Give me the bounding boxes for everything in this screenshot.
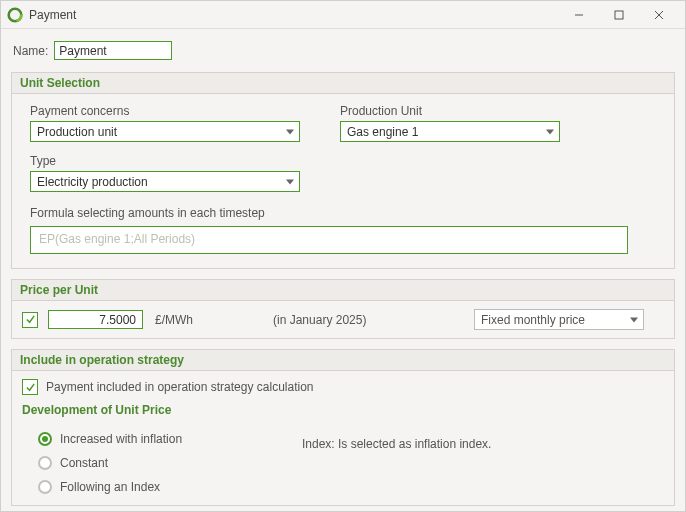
radio-inflation[interactable] xyxy=(38,432,52,446)
titlebar: Payment xyxy=(1,1,685,29)
payment-concerns-label: Payment concerns xyxy=(30,104,300,118)
index-note-label: Index: Is selected as inflation index. xyxy=(302,437,491,451)
radio-constant[interactable] xyxy=(38,456,52,470)
payment-concerns-select[interactable]: Production unit xyxy=(30,121,300,142)
app-logo-icon xyxy=(7,7,23,23)
production-unit-select[interactable]: Gas engine 1 xyxy=(340,121,560,142)
operation-strategy-body: Payment included in operation strategy c… xyxy=(11,371,675,506)
price-per-unit-header: Price per Unit xyxy=(11,279,675,301)
chevron-down-icon xyxy=(546,129,554,134)
production-unit-label: Production Unit xyxy=(340,104,560,118)
close-button[interactable] xyxy=(639,3,679,27)
unit-selection-header: Unit Selection xyxy=(11,72,675,94)
development-header: Development of Unit Price xyxy=(22,395,664,423)
development-radio-group: Increased with inflation Constant Follow… xyxy=(22,423,664,499)
unit-selection-body: Payment concerns Production unit Product… xyxy=(11,94,675,269)
name-label: Name: xyxy=(13,44,48,58)
minimize-button[interactable] xyxy=(559,3,599,27)
include-strategy-label: Payment included in operation strategy c… xyxy=(46,380,314,394)
type-label: Type xyxy=(30,154,300,168)
operation-strategy-header: Include in operation strategy xyxy=(11,349,675,371)
chevron-down-icon xyxy=(630,317,638,322)
radio-inflation-label: Increased with inflation xyxy=(60,432,182,446)
radio-constant-label: Constant xyxy=(60,456,108,470)
price-per-unit-body: £/MWh (in January 2025) Fixed monthly pr… xyxy=(11,301,675,339)
formula-label: Formula selecting amounts in each timest… xyxy=(30,206,656,220)
formula-input[interactable]: EP(Gas engine 1;All Periods) xyxy=(30,226,628,254)
price-date-label: (in January 2025) xyxy=(273,313,366,327)
window-title: Payment xyxy=(29,8,559,22)
radio-follow-index-label: Following an Index xyxy=(60,480,160,494)
svg-rect-3 xyxy=(615,11,623,19)
name-input[interactable] xyxy=(54,41,172,60)
chevron-down-icon xyxy=(286,179,294,184)
radio-follow-index[interactable] xyxy=(38,480,52,494)
chevron-down-icon xyxy=(286,129,294,134)
price-unit-label: £/MWh xyxy=(155,313,193,327)
type-select[interactable]: Electricity production xyxy=(30,171,300,192)
price-enable-checkbox[interactable] xyxy=(22,312,38,328)
include-strategy-checkbox[interactable] xyxy=(22,379,38,395)
price-type-select[interactable]: Fixed monthly price xyxy=(474,309,644,330)
price-value-input[interactable] xyxy=(48,310,143,329)
maximize-button[interactable] xyxy=(599,3,639,27)
